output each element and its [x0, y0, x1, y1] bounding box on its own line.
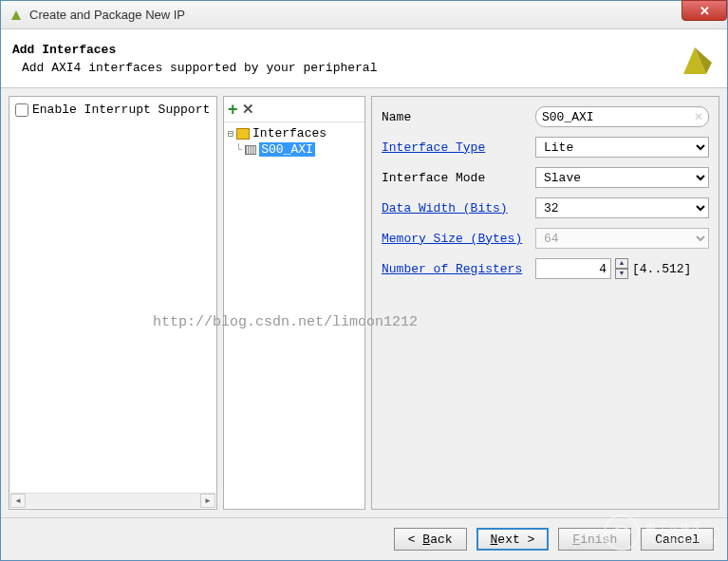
- interface-type-select[interactable]: Lite: [535, 137, 709, 158]
- data-width-select[interactable]: 32: [535, 197, 709, 218]
- name-input[interactable]: [535, 106, 709, 127]
- interface-mode-label: Interface Mode: [382, 171, 535, 185]
- window-title: Create and Package New IP: [29, 8, 185, 22]
- tree-collapse-icon[interactable]: ⊟: [228, 128, 233, 140]
- scroll-right-arrow[interactable]: ►: [200, 494, 215, 508]
- memory-size-select[interactable]: 64: [535, 228, 709, 249]
- tree-root-item[interactable]: ⊟ Interfaces: [228, 126, 361, 140]
- enable-interrupt-input[interactable]: [15, 103, 28, 117]
- page-subtitle: Add AXI4 interfaces supported by your pe…: [22, 61, 377, 75]
- num-registers-input[interactable]: [535, 258, 611, 279]
- svg-marker-0: [11, 10, 21, 20]
- clear-name-icon[interactable]: ✕: [694, 110, 703, 123]
- next-button[interactable]: Next >: [476, 528, 550, 551]
- svg-text:电子发烧友: 电子发烧友: [645, 520, 702, 533]
- tree-child-label: S00_AXI: [259, 142, 315, 157]
- back-button[interactable]: < Back: [394, 528, 467, 551]
- scroll-left-arrow[interactable]: ◄: [10, 494, 26, 508]
- svg-point-3: [605, 515, 639, 550]
- titlebar: Create and Package New IP ✕: [1, 1, 727, 29]
- svg-text:www.elecfans.com: www.elecfans.com: [644, 536, 717, 546]
- interface-icon: [245, 145, 256, 155]
- content-area: Enable Interrupt Support ◄ ► + ✕ ⊟ Inter…: [1, 88, 727, 517]
- properties-panel: Name ✕ Interface Type Lite Interface Mod…: [371, 96, 719, 510]
- interfaces-tree-panel: + ✕ ⊟ Interfaces └ S00_AXI: [223, 96, 365, 510]
- interface-mode-select[interactable]: Slave: [535, 167, 709, 188]
- interfaces-tree: ⊟ Interfaces └ S00_AXI: [224, 122, 364, 160]
- vivado-logo-icon: [674, 38, 716, 80]
- wizard-header: Add Interfaces Add AXI4 interfaces suppo…: [1, 29, 727, 88]
- options-panel: Enable Interrupt Support ◄ ►: [9, 96, 217, 510]
- spinner-up[interactable]: ▲: [615, 258, 628, 269]
- delete-interface-button[interactable]: ✕: [242, 101, 254, 118]
- folder-icon: [236, 128, 250, 140]
- num-registers-range: [4..512]: [632, 262, 691, 276]
- enable-interrupt-checkbox[interactable]: Enable Interrupt Support: [15, 103, 211, 117]
- site-watermark-icon: 电子发烧友 www.elecfans.com: [598, 512, 721, 554]
- tree-connector-icon: └: [235, 143, 242, 157]
- close-button[interactable]: ✕: [681, 0, 727, 21]
- scroll-track[interactable]: [26, 494, 200, 508]
- num-registers-label[interactable]: Number of Registers: [382, 262, 535, 276]
- spinner-buttons: ▲ ▼: [615, 258, 628, 279]
- interface-type-label[interactable]: Interface Type: [382, 140, 535, 155]
- dialog-window: Create and Package New IP ✕ Add Interfac…: [0, 0, 728, 561]
- data-width-label[interactable]: Data Width (Bits): [382, 201, 535, 215]
- add-interface-button[interactable]: +: [228, 103, 238, 116]
- memory-size-label[interactable]: Memory Size (Bytes): [382, 232, 535, 246]
- page-title: Add Interfaces: [12, 43, 377, 57]
- horizontal-scrollbar[interactable]: ◄ ►: [10, 493, 215, 508]
- spinner-down[interactable]: ▼: [615, 269, 628, 279]
- tree-toolbar: + ✕: [224, 97, 364, 122]
- tree-root-label: Interfaces: [252, 126, 327, 140]
- tree-child-item[interactable]: └ S00_AXI: [235, 142, 361, 157]
- name-label: Name: [382, 110, 535, 124]
- enable-interrupt-label: Enable Interrupt Support: [32, 103, 210, 117]
- app-icon: [9, 8, 24, 23]
